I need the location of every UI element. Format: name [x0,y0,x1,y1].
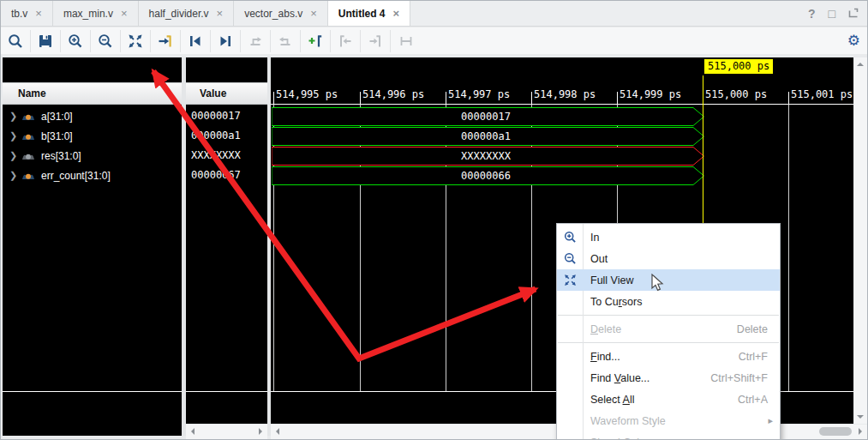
axis-tick [617,92,618,104]
signal-value: 000000a1 [186,126,267,146]
bus-signal-icon [21,131,35,142]
signal-name-panel: Name ❯a[31:0] ❯b[31:0] ❯res[31:0] ❯err_c… [3,57,182,436]
tab-label: Untitled 4 [338,8,386,20]
search-button[interactable] [1,30,31,52]
menu-item-label: Find Value... [590,372,650,384]
value-column-header[interactable]: Value [186,82,267,105]
tab-half-divider-v[interactable]: half_divider.v× [139,1,235,26]
name-column-header[interactable]: Name [3,82,182,105]
expand-chevron-icon[interactable]: ❯ [9,150,21,161]
bus-signal-icon [21,151,35,161]
previous-transition-button[interactable] [181,30,211,52]
signal-row-b[interactable]: ❯b[31:0] [3,126,182,146]
menu-item-label: To Cursors [590,296,642,308]
menu-item-waveform-style: Waveform Style ▸ [557,410,780,431]
zoom-in-button[interactable] [61,30,91,52]
svg-text:000000a1: 000000a1 [461,130,511,142]
scroll-left-icon[interactable] [276,428,279,435]
panel-separator-line [3,391,182,392]
tab-max-min-v[interactable]: max_min.v× [53,1,139,26]
menu-item-to-cursors[interactable]: To Cursors [557,291,780,312]
signal-row-a[interactable]: ❯a[31:0] [3,106,182,126]
scroll-right-icon[interactable] [259,428,262,435]
menu-item-label: Find... [590,351,620,363]
menu-item-label: Out [590,253,608,265]
fit-between-cursors-button [391,30,421,52]
menu-item-find-value[interactable]: Find Value... Ctrl+Shift+F [557,367,780,389]
axis-tick-label: 514,999 ps [620,88,681,100]
tab-untitled-4[interactable]: Untitled 4× [328,1,410,26]
axis-tick-label: 514,997 ps [448,88,510,100]
axis-tick [788,92,789,104]
value-horizontal-scrollbar[interactable] [186,425,267,439]
menu-item-zoom-out[interactable]: Out [557,248,780,269]
signal-name: res[31:0] [41,150,81,162]
bus-wave-res: XXXXXXXX [272,147,705,166]
close-icon[interactable]: × [35,8,42,19]
help-icon[interactable]: ? [808,7,816,21]
bus-wave-err-count: 00000066 [272,166,705,185]
go-to-time-cursor-button[interactable] [151,30,181,52]
signal-row-err-count[interactable]: ❯err_count[31:0] [3,166,182,185]
tab-bar: tb.v× max_min.v× half_divider.v× vector_… [1,1,867,27]
axis-tick-label: 514,996 ps [362,88,424,100]
menu-item-full-view[interactable]: Full View [557,269,780,291]
expand-chevron-icon[interactable]: ❯ [9,130,21,142]
time-ruler-line [271,104,853,105]
menu-shortcut: Ctrl+F [739,351,768,363]
expand-chevron-icon[interactable]: ❯ [9,170,21,181]
expand-chevron-icon[interactable]: ❯ [9,111,21,122]
float-icon[interactable] [848,7,859,21]
tab-label: vector_abs.v [244,8,302,20]
zoom-full-view-button[interactable] [121,30,151,52]
menu-item-find[interactable]: Find... Ctrl+F [557,346,780,367]
signal-value-panel: Value 00000017 000000a1 XXXXXXXX 0000006… [186,57,267,424]
settings-gear-icon[interactable]: ⚙ [847,27,860,54]
submenu-arrow-icon: ▸ [768,415,773,426]
close-icon[interactable]: × [310,8,317,19]
add-marker-button[interactable] [301,30,331,52]
close-icon[interactable]: × [393,8,400,19]
menu-item-zoom-in[interactable]: In [557,226,780,248]
window-controls: ? □ [808,1,859,27]
menu-item-label: Select All [590,394,634,406]
menu-separator [558,342,779,343]
scrollbar-thumb[interactable] [819,427,852,436]
zoom-out-button[interactable] [91,30,121,52]
signal-name: err_count[31:0] [41,170,111,182]
axis-tick-label: 515,001 ps [791,88,853,100]
time-cursor-flag[interactable]: 515,000 ps [704,59,773,74]
close-icon[interactable]: × [121,8,128,19]
tab-tb-v[interactable]: tb.v× [1,1,53,26]
close-icon[interactable]: × [217,8,224,19]
waveform-context-menu: In Out Full View To Cursors Delete Delet… [556,223,781,440]
signal-value: 00000017 [186,106,267,126]
vertical-scrollbar[interactable] [854,57,867,424]
axis-tick-label: 514,998 ps [534,88,596,100]
scroll-left-icon[interactable] [191,428,195,435]
next-transition-button[interactable] [211,30,241,52]
zoom-out-icon [557,251,583,266]
panel-separator-line [186,391,267,392]
axis-tick-label: 514,995 ps [276,88,338,100]
signal-row-res[interactable]: ❯res[31:0] [3,146,182,166]
tab-vector-abs-v[interactable]: vector_abs.v× [234,1,328,26]
gridline [788,104,789,391]
scroll-down-icon[interactable] [857,415,864,419]
menu-item-signal-color: Signal Color ▸ [557,431,780,440]
tab-label: half_divider.v [149,8,209,20]
signal-value: 00000067 [186,166,267,185]
save-wave-config-button[interactable] [31,30,61,52]
wave-toolbar: ⚙ [1,27,867,54]
svg-text:00000017: 00000017 [461,111,511,123]
zoom-in-icon [557,230,583,244]
menu-item-select-all[interactable]: Select All Ctrl+A [557,389,780,410]
signal-name: b[31:0] [41,130,73,142]
menu-item-label: Delete [590,323,621,335]
svg-text:XXXXXXXX: XXXXXXXX [461,150,512,162]
maximize-icon[interactable]: □ [829,7,835,21]
scroll-right-icon[interactable] [859,428,862,435]
signal-value: XXXXXXXX [186,146,267,166]
scroll-up-icon[interactable] [857,63,864,66]
submenu-arrow-icon: ▸ [768,437,773,440]
